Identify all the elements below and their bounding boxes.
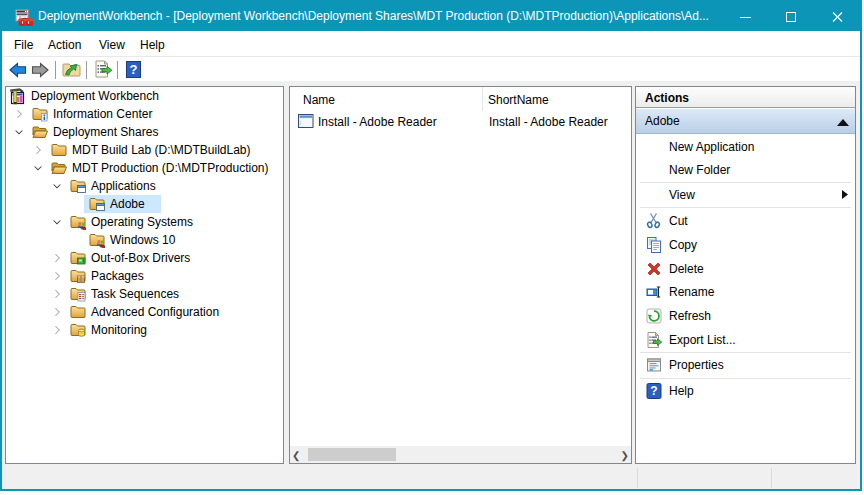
svg-text:?: ?: [130, 62, 138, 77]
